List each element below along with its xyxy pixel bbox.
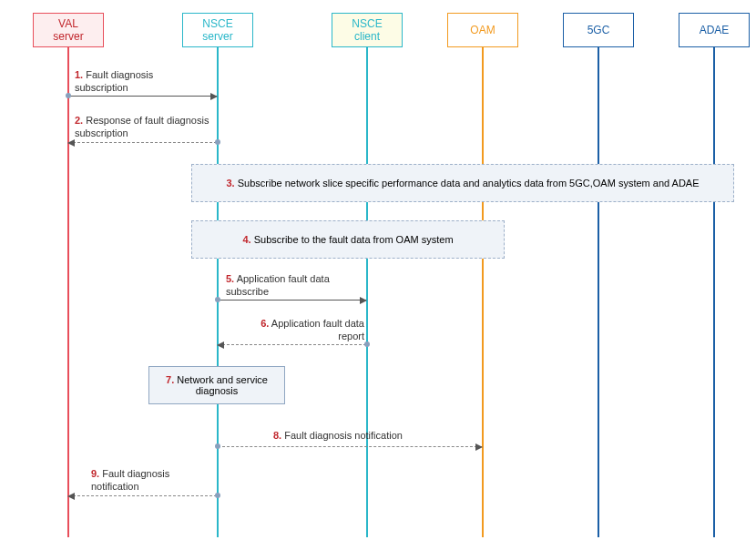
msg-num: 5. (226, 273, 234, 284)
participant-label: NSCEclient (352, 17, 382, 44)
msg5-label: 5. Application fault data subscribe (226, 273, 361, 299)
msg-text: Response of fault diagnosis subscription (75, 115, 209, 138)
msg-text: Network and service diagnosis (177, 374, 268, 396)
participant-label: ADAE (700, 24, 730, 36)
msg1-label: 1. Fault diagnosis subscription (75, 69, 207, 95)
arrow-head-icon (360, 297, 367, 304)
msg-text: Fault diagnosis notification (91, 468, 169, 492)
msg-origin-dot (364, 341, 370, 347)
msg-text: Fault diagnosis notification (284, 430, 403, 441)
msg-num: 9. (91, 468, 99, 479)
participant-adae: ADAE (679, 13, 750, 47)
msg9-label: 9. Fault diagnosis notification (91, 468, 209, 494)
msg8-arrow (218, 446, 482, 447)
msg-text: Application fault data report (271, 318, 364, 341)
participant-5gc: 5GC (563, 13, 634, 47)
participant-label: OAM (470, 24, 495, 36)
msg-text: Application fault data subscribe (226, 273, 330, 297)
msg-text: Fault diagnosis subscription (75, 69, 153, 93)
msg6-arrow (218, 344, 366, 345)
lifeline-nsce-server (217, 47, 219, 537)
fragment-subscribe-perf-analytics: 3. Subscribe network slice specific perf… (191, 164, 734, 202)
participant-label: NSCEserver (202, 17, 232, 44)
msg-origin-dot (215, 297, 220, 302)
lifeline-nsce-client (366, 47, 368, 537)
participant-label: VALserver (53, 17, 83, 44)
arrow-head-icon (475, 443, 483, 451)
arrow-head-icon (67, 139, 75, 147)
msg-num: 8. (273, 430, 281, 441)
arrow-head-icon (67, 493, 75, 500)
msg-num: 2. (75, 115, 83, 126)
arrow-head-icon (210, 93, 218, 100)
msg-num: 4. (242, 234, 250, 245)
msg-num: 7. (166, 374, 174, 385)
lifeline-oam (482, 47, 484, 537)
msg1-arrow (68, 96, 217, 97)
lifeline-val (67, 47, 69, 537)
note-network-service-diagnosis: 7. Network and service diagnosis (148, 366, 285, 404)
msg6-label: 6. Application fault data report (250, 318, 364, 343)
msg-num: 3. (226, 178, 234, 188)
participant-oam: OAM (447, 13, 518, 47)
msg-text: Subscribe to the fault data from OAM sys… (254, 234, 454, 245)
msg-origin-dot (215, 493, 220, 498)
lifeline-adae (713, 47, 715, 537)
participant-nsce-server: NSCEserver (182, 13, 253, 47)
arrow-head-icon (217, 341, 224, 349)
msg-origin-dot (215, 139, 220, 145)
msg2-arrow (68, 142, 217, 143)
participant-label: 5GC (587, 24, 610, 36)
msg9-arrow (68, 495, 217, 496)
msg5-arrow (218, 300, 366, 301)
msg-text: Subscribe network slice specific perform… (238, 178, 700, 188)
msg-num: 6. (261, 318, 269, 329)
participant-nsce-client: NSCEclient (332, 13, 403, 47)
msg-origin-dot (66, 93, 71, 98)
participant-val: VALserver (33, 13, 104, 47)
fragment-subscribe-fault-oam: 4. Subscribe to the fault data from OAM … (191, 220, 505, 259)
msg-num: 1. (75, 69, 83, 80)
msg-origin-dot (215, 443, 220, 449)
msg8-label: 8. Fault diagnosis notification (273, 430, 455, 443)
msg2-label: 2. Response of fault diagnosis subscript… (75, 115, 216, 140)
lifeline-5gc (598, 47, 599, 537)
